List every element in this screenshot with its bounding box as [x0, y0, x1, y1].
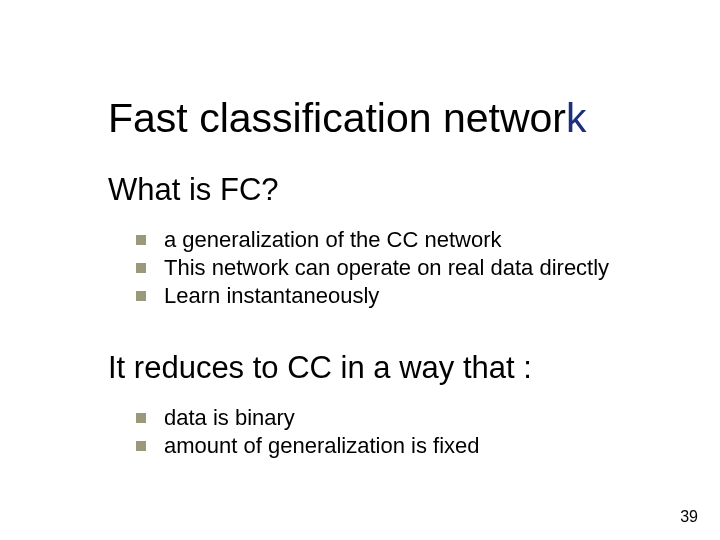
list-item: data is binary [136, 404, 698, 432]
list-item: amount of generalization is fixed [136, 432, 698, 460]
page-number: 39 [680, 508, 698, 526]
slide-title-accent: k [566, 95, 587, 141]
section-heading-1: What is FC? [108, 172, 698, 208]
list-item: This network can operate on real data di… [136, 254, 698, 282]
list-item: a generalization of the CC network [136, 226, 698, 254]
bullet-list-1: a generalization of the CC network This … [136, 226, 698, 310]
list-item: Learn instantaneously [136, 282, 698, 310]
slide-title: Fast classification network [108, 95, 587, 142]
slide-body: What is FC? a generalization of the CC n… [108, 172, 698, 460]
section-heading-2: It reduces to CC in a way that : [108, 350, 698, 386]
slide: Fast classification network What is FC? … [0, 0, 720, 540]
bullet-list-2: data is binary amount of generalization … [136, 404, 698, 460]
slide-title-main: Fast classification networ [108, 95, 566, 141]
